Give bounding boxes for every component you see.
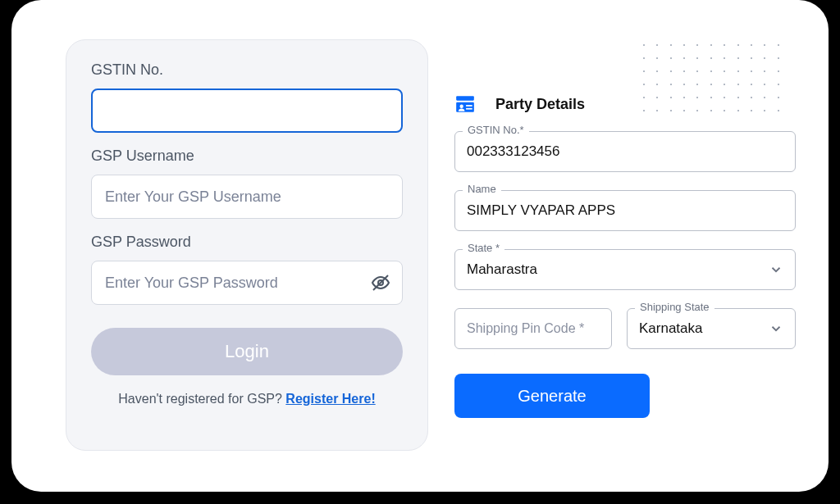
party-gstin-label: GSTIN No.* (463, 124, 529, 136)
gsp-username-label: GSP Username (91, 148, 403, 165)
party-state-select[interactable]: Maharastra (454, 249, 796, 290)
svg-rect-2 (456, 96, 474, 100)
party-state-field: State * Maharastra (454, 249, 796, 290)
gstin-label: GSTIN No. (91, 61, 403, 79)
login-card: GSTIN No. GSP Username GSP Password Logi… (66, 39, 428, 451)
party-name-label: Name (463, 183, 501, 195)
shipping-state-label: Shipping State (635, 301, 714, 313)
shipping-state-value: Karnataka (639, 320, 703, 337)
party-details-title: Party Details (495, 96, 585, 113)
party-state-label: State * (463, 242, 504, 254)
gsp-username-input[interactable] (91, 175, 403, 219)
app-frame: GSTIN No. GSP Username GSP Password Logi… (11, 0, 829, 492)
shipping-state-select[interactable]: Karnataka (627, 308, 796, 349)
shipping-pin-input[interactable]: Shipping Pin Code * (454, 308, 612, 349)
gstin-input[interactable] (91, 89, 403, 133)
party-details-icon (454, 93, 476, 115)
svg-rect-6 (466, 108, 472, 110)
party-name-field: Name (454, 190, 796, 231)
gsp-password-input[interactable] (91, 261, 403, 305)
login-button[interactable]: Login (91, 328, 403, 375)
svg-rect-5 (466, 105, 472, 107)
party-gstin-input[interactable] (454, 131, 796, 172)
register-prompt-text: Haven't registered for GSP? (118, 392, 285, 406)
shipping-pin-field: Shipping Pin Code * (454, 308, 612, 349)
register-link[interactable]: Register Here! (285, 392, 375, 406)
party-gstin-field: GSTIN No.* (454, 131, 796, 172)
party-name-input[interactable] (454, 190, 796, 231)
chevron-down-icon (769, 321, 783, 336)
register-prompt: Haven't registered for GSP? Register Her… (91, 392, 403, 406)
generate-button[interactable]: Generate (454, 374, 650, 418)
svg-point-4 (460, 105, 463, 108)
shipping-pin-placeholder: Shipping Pin Code * (467, 321, 584, 336)
password-visibility-toggle-icon[interactable] (370, 272, 391, 293)
party-state-value: Maharastra (467, 261, 537, 278)
chevron-down-icon (769, 262, 783, 277)
shipping-state-field: Shipping State Karnataka (627, 308, 796, 349)
gsp-password-label: GSP Password (91, 234, 403, 251)
party-details-panel: Party Details GSTIN No.* Name State * Ma… (454, 93, 796, 418)
